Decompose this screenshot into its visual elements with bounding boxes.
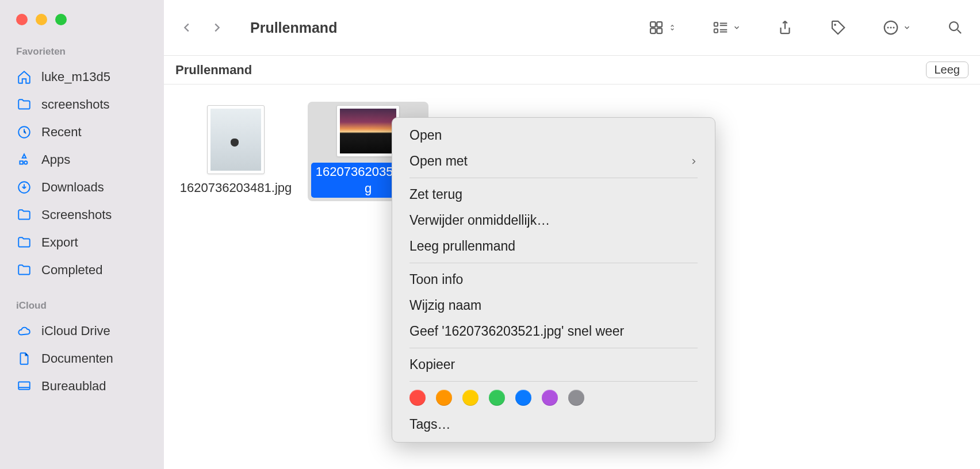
- context-menu-item[interactable]: Kopieer: [392, 352, 715, 378]
- cloud-icon: [16, 323, 32, 339]
- minimize-window-button[interactable]: [36, 14, 47, 25]
- file-name-label: 1620736203481.jpg: [180, 180, 292, 197]
- file-thumbnail: [207, 105, 265, 174]
- context-menu-item-label: Wijzig naam: [409, 298, 481, 313]
- folder-icon: [16, 97, 32, 113]
- context-menu-separator: [409, 178, 698, 178]
- sidebar-item[interactable]: Recent: [0, 118, 164, 146]
- context-menu-item-label: Toon info: [409, 272, 463, 287]
- context-menu-tag-colors: [392, 385, 715, 412]
- context-menu-item[interactable]: Geef '1620736203521.jpg' snel weer: [392, 318, 715, 344]
- context-menu-item[interactable]: Zet terug: [392, 182, 715, 207]
- sidebar-item[interactable]: Downloads: [0, 174, 164, 201]
- context-menu-item-label: Verwijder onmiddellijk…: [409, 213, 550, 228]
- more-actions-button[interactable]: [882, 19, 911, 36]
- context-menu-item-label: Open: [409, 128, 442, 143]
- group-by-button[interactable]: [712, 19, 741, 36]
- desktop-icon: [16, 378, 32, 394]
- location-label: Prullenmand: [175, 63, 252, 78]
- tag-color-dot[interactable]: [568, 390, 584, 406]
- context-menu-item-label: Leeg prullenmand: [409, 239, 515, 254]
- search-icon: [947, 19, 964, 36]
- sidebar-item-label: Screenshots: [41, 207, 112, 222]
- sidebar-item[interactable]: Export: [0, 229, 164, 256]
- sidebar-item[interactable]: Documenten: [0, 345, 164, 372]
- sidebar-item-label: Completed: [41, 263, 102, 278]
- window-controls: [0, 14, 164, 46]
- context-menu-item-label: Kopieer: [409, 357, 455, 372]
- context-menu-item[interactable]: Leeg prullenmand: [392, 233, 715, 259]
- toolbar: Prullenmand: [164, 0, 980, 55]
- fullscreen-window-button[interactable]: [55, 14, 67, 25]
- context-menu-item[interactable]: Verwijder onmiddellijk…: [392, 207, 715, 233]
- updown-icon: [668, 24, 676, 32]
- tags-button[interactable]: [829, 19, 847, 36]
- folder-icon: [16, 234, 32, 251]
- tag-color-dot[interactable]: [409, 390, 426, 406]
- file-item[interactable]: 1620736203481.jpg: [175, 102, 296, 200]
- more-icon: [882, 19, 899, 36]
- context-menu-item[interactable]: Wijzig naam: [392, 293, 715, 318]
- view-grid-button[interactable]: [648, 19, 676, 36]
- tag-color-dot[interactable]: [436, 390, 452, 406]
- folder-icon: [16, 262, 32, 278]
- sidebar-item-label: Downloads: [41, 180, 104, 195]
- file-thumbnail: [336, 105, 400, 157]
- nav-back-button[interactable]: [180, 21, 194, 34]
- context-menu-item[interactable]: Tags…: [392, 412, 715, 437]
- tag-color-dot[interactable]: [462, 390, 478, 406]
- context-menu-separator: [409, 263, 698, 263]
- sidebar: Favorietenluke_m13d5screenshotsRecentApp…: [0, 0, 164, 469]
- sidebar-item-label: Export: [41, 235, 78, 250]
- sidebar-item[interactable]: iCloud Drive: [0, 317, 164, 345]
- chevron-down-icon: [733, 24, 741, 32]
- group-icon: [712, 19, 729, 36]
- context-menu-item-label: Tags…: [409, 417, 451, 432]
- context-menu-item[interactable]: Toon info: [392, 267, 715, 293]
- tag-color-dot[interactable]: [515, 390, 531, 406]
- sidebar-item-label: luke_m13d5: [41, 70, 110, 84]
- sidebar-item[interactable]: luke_m13d5: [0, 63, 164, 91]
- sidebar-item[interactable]: Apps: [0, 146, 164, 174]
- empty-trash-button[interactable]: Leeg: [926, 61, 969, 78]
- chevron-down-icon: [903, 24, 911, 32]
- context-menu-separator: [409, 381, 698, 382]
- path-bar: Prullenmand Leeg: [164, 55, 980, 84]
- share-button[interactable]: [776, 19, 794, 36]
- apps-icon: [16, 152, 32, 168]
- search-button[interactable]: [947, 19, 964, 36]
- context-menu-item-label: Geef '1620736203521.jpg' snel weer: [409, 324, 624, 339]
- sidebar-item-label: screenshots: [41, 97, 110, 112]
- context-menu-separator: [409, 348, 698, 348]
- tag-color-dot[interactable]: [489, 390, 505, 406]
- context-menu-item-label: Zet terug: [409, 187, 462, 202]
- doc-icon: [16, 351, 32, 367]
- context-menu-item[interactable]: Open: [392, 122, 715, 148]
- sidebar-item[interactable]: Bureaublad: [0, 372, 164, 400]
- grid-icon: [648, 19, 665, 36]
- context-menu-item[interactable]: Open met: [392, 148, 715, 174]
- sidebar-item[interactable]: Screenshots: [0, 201, 164, 229]
- folder-icon: [16, 207, 32, 223]
- sidebar-item-label: Recent: [41, 125, 82, 140]
- clock-icon: [16, 124, 32, 140]
- window-title: Prullenmand: [250, 20, 643, 36]
- nav-forward-button[interactable]: [210, 21, 224, 34]
- close-window-button[interactable]: [16, 14, 28, 25]
- context-menu: OpenOpen metZet terugVerwijder onmiddell…: [392, 117, 715, 443]
- home-icon: [16, 69, 32, 85]
- context-menu-item-label: Open met: [409, 153, 468, 169]
- sidebar-item-label: Apps: [41, 152, 70, 167]
- download-icon: [16, 179, 32, 195]
- sidebar-item[interactable]: screenshots: [0, 91, 164, 118]
- sidebar-item-label: iCloud Drive: [41, 324, 110, 339]
- sidebar-section-header: iCloud: [0, 300, 164, 317]
- tag-icon: [829, 19, 847, 36]
- chevron-right-icon: [690, 153, 698, 169]
- sidebar-item-label: Bureaublad: [41, 379, 106, 394]
- sidebar-item[interactable]: Completed: [0, 256, 164, 284]
- sidebar-item-label: Documenten: [41, 351, 113, 366]
- sidebar-section-header: Favorieten: [0, 46, 164, 63]
- share-icon: [776, 19, 794, 36]
- tag-color-dot[interactable]: [542, 390, 558, 406]
